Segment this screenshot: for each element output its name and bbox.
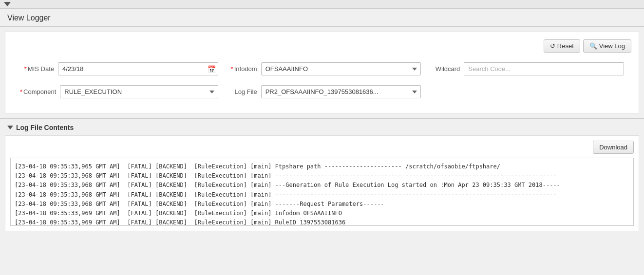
wildcard-label: Wildcard [426, 65, 460, 73]
back-arrow-icon[interactable] [4, 2, 11, 6]
divider-1 [0, 26, 644, 27]
download-label: Download [599, 144, 627, 151]
log-line: [23-04-18 09:35:33,965 GMT AM] [FATAL] [… [15, 162, 629, 171]
mis-date-field: *MIS Date 📅 [20, 62, 218, 75]
mis-date-label: *MIS Date [20, 65, 54, 73]
view-log-button[interactable]: 🔍 View Log [583, 39, 631, 53]
wildcard-input[interactable] [464, 62, 624, 75]
view-log-label: View Log [599, 42, 625, 50]
toolbar: ↺ Reset 🔍 View Log [13, 39, 631, 53]
form-grid: *MIS Date 📅 *Infodom OFSAAAIINFO Wildcar… [13, 60, 631, 106]
log-line: [23-04-18 09:35:33,968 GMT AM] [FATAL] [… [15, 190, 629, 200]
component-field: *Component RULE_EXECUTION [20, 85, 218, 98]
reset-label: Reset [557, 42, 574, 50]
log-line: [23-04-18 09:35:33,968 GMT AM] [FATAL] [… [15, 171, 629, 181]
log-file-select[interactable]: PR2_OFSAAAIINFO_1397553081636... [261, 85, 421, 98]
mis-date-input-wrap: 📅 [58, 62, 218, 75]
infodom-field: *Infodom OFSAAAIINFO [223, 62, 421, 75]
form-panel: ↺ Reset 🔍 View Log *MIS Date 📅 *Infodom [5, 32, 639, 113]
reset-button[interactable]: ↺ Reset [544, 39, 580, 53]
wildcard-field: Wildcard [426, 62, 624, 75]
download-row: Download [10, 141, 634, 154]
infodom-label: *Infodom [223, 65, 257, 73]
log-line: [23-04-18 09:35:33,968 GMT AM] [FATAL] [… [15, 181, 629, 190]
log-panel: Download [23-04-18 09:35:33,965 GMT AM] … [5, 135, 639, 231]
empty-cell [426, 85, 624, 98]
log-section-header: Log File Contents [0, 119, 644, 135]
top-bar [0, 0, 644, 9]
component-select-wrap: RULE_EXECUTION [60, 85, 218, 98]
page-title: View Logger [0, 9, 644, 26]
log-file-select-wrap: PR2_OFSAAAIINFO_1397553081636... [261, 85, 421, 98]
mis-date-input[interactable] [58, 62, 218, 75]
required-star-misdate: * [24, 65, 27, 73]
required-star-infodom: * [231, 65, 233, 73]
download-button[interactable]: Download [593, 141, 634, 154]
infodom-select[interactable]: OFSAAAIINFO [261, 62, 421, 75]
reset-icon: ↺ [550, 42, 555, 50]
log-line: [23-04-18 09:35:33,969 GMT AM] [FATAL] [… [15, 209, 629, 218]
log-file-field: Log File PR2_OFSAAAIINFO_1397553081636..… [223, 85, 421, 98]
infodom-select-wrap: OFSAAAIINFO [261, 62, 421, 75]
wildcard-input-wrap [464, 62, 624, 75]
log-line: [23-04-18 09:35:33,968 GMT AM] [FATAL] [… [15, 200, 629, 209]
required-star-component: * [20, 88, 22, 95]
log-content[interactable]: [23-04-18 09:35:33,965 GMT AM] [FATAL] [… [10, 158, 634, 226]
log-section-title: Log File Contents [16, 124, 74, 131]
component-select[interactable]: RULE_EXECUTION [60, 85, 218, 98]
log-file-label: Log File [223, 88, 257, 95]
search-icon: 🔍 [589, 42, 597, 50]
component-label: *Component [20, 88, 56, 95]
log-line: [23-04-18 09:35:33,969 GMT AM] [FATAL] [… [15, 218, 629, 226]
section-arrow-icon [7, 126, 13, 129]
